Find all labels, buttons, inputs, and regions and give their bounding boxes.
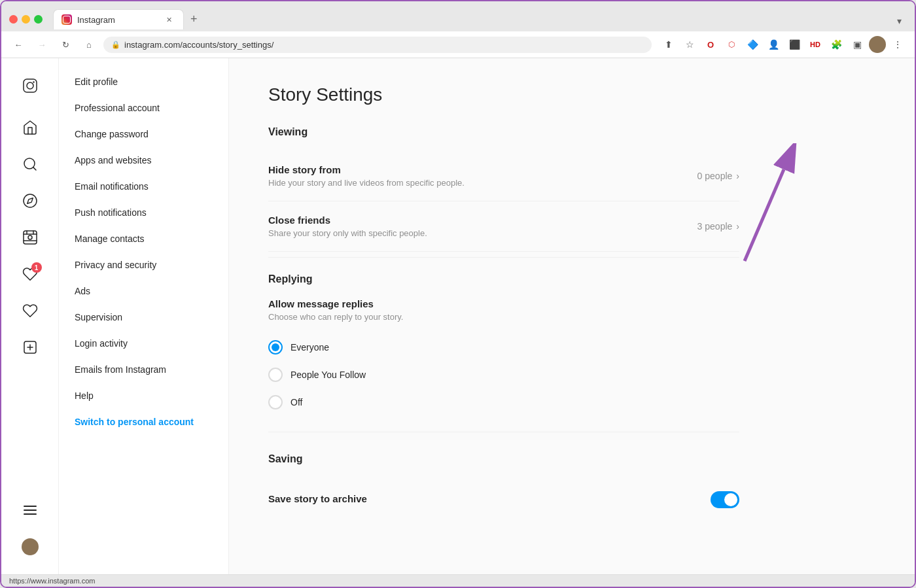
hamburger-line: [24, 506, 37, 507]
saving-section: Saving Save story to archive: [268, 453, 875, 521]
sidebar-item-home[interactable]: [13, 111, 47, 145]
settings-item-privacy-security[interactable]: Privacy and security: [59, 252, 228, 278]
lock-icon: 🔒: [111, 41, 120, 49]
save-story-info: Save story to archive: [268, 493, 711, 507]
settings-item-email-notifications[interactable]: Email notifications: [59, 173, 228, 199]
radio-everyone[interactable]: Everyone: [268, 334, 875, 361]
ig-sidebar: 1: [1, 58, 59, 574]
viewing-section-header: Viewing: [268, 126, 875, 138]
radio-off[interactable]: Off: [268, 389, 875, 416]
sidebar-item-menu[interactable]: [13, 493, 47, 527]
sidebar-item-create[interactable]: [13, 330, 47, 364]
tab-title: Instagram: [77, 15, 115, 25]
settings-item-emails-from-instagram[interactable]: Emails from Instagram: [59, 356, 228, 383]
browser-window: Instagram ✕ + ▾ ← → ↻ ⌂ 🔒 instagram.com/…: [0, 0, 916, 588]
extension-icon-3[interactable]: ⬛: [785, 35, 803, 54]
sidebar-item-reels[interactable]: [13, 220, 47, 254]
sidebar-item-search[interactable]: [13, 147, 47, 181]
chevron-icon: ›: [736, 171, 739, 181]
minimize-button[interactable]: [22, 15, 30, 24]
ig-logo[interactable]: [13, 69, 47, 103]
url-text: instagram.com/accounts/story_settings/: [124, 40, 273, 50]
radio-circle-off: [268, 395, 283, 409]
save-story-row[interactable]: Save story to archive: [268, 478, 739, 521]
tab-bar: Instagram ✕ + ▾: [53, 9, 907, 29]
close-friends-title: Close friends: [268, 215, 697, 226]
extension-icon-2[interactable]: 👤: [764, 35, 783, 54]
settings-item-edit-profile[interactable]: Edit profile: [59, 69, 228, 95]
page-content: 1: [1, 58, 915, 574]
allow-replies-title: Allow message replies: [268, 298, 875, 309]
extension-icon-hd[interactable]: HD: [806, 35, 824, 54]
svg-point-1: [27, 82, 33, 89]
radio-label-people-you-follow: People You Follow: [291, 370, 366, 380]
extensions-button[interactable]: 🧩: [827, 35, 845, 54]
extension-icon-1[interactable]: 🔷: [743, 35, 762, 54]
reload-button[interactable]: ↻: [56, 35, 75, 54]
radio-label-off: Off: [291, 397, 302, 407]
title-bar: Instagram ✕ + ▾: [1, 1, 915, 31]
hamburger-line: [24, 510, 37, 511]
sidebar-item-notifications[interactable]: 1: [13, 257, 47, 291]
hide-story-desc: Hide your story and live videos from spe…: [268, 178, 697, 188]
settings-sidebar: Edit profile Professional account Change…: [59, 58, 229, 574]
page-title: Story Settings: [268, 84, 875, 105]
close-friends-desc: Share your story only with specific peop…: [268, 228, 697, 238]
allow-replies-desc: Choose who can reply to your story.: [268, 312, 875, 322]
profile-avatar[interactable]: [869, 36, 886, 53]
hide-story-value[interactable]: 0 people ›: [697, 171, 739, 181]
sidebar-item-liked[interactable]: [13, 294, 47, 328]
saving-section-header: Saving: [268, 453, 875, 465]
back-button[interactable]: ←: [9, 35, 27, 54]
settings-item-manage-contacts[interactable]: Manage contacts: [59, 226, 228, 252]
settings-item-change-password[interactable]: Change password: [59, 121, 228, 147]
replying-section-header: Replying: [268, 273, 875, 285]
new-tab-button[interactable]: +: [184, 9, 204, 29]
section-divider-2: [268, 432, 739, 432]
menu-button[interactable]: ⋮: [889, 35, 907, 54]
sidebar-item-explore[interactable]: [13, 184, 47, 218]
settings-item-supervision[interactable]: Supervision: [59, 304, 228, 330]
address-bar: ← → ↻ ⌂ 🔒 instagram.com/accounts/story_s…: [1, 31, 915, 58]
settings-item-professional-account[interactable]: Professional account: [59, 95, 228, 121]
close-friends-value[interactable]: 3 people ›: [697, 221, 739, 232]
toolbar-icons: ⬆ ☆ O ⬡ 🔷 👤 ⬛ HD 🧩 ▣ ⋮: [660, 35, 907, 54]
svg-point-2: [33, 81, 34, 82]
settings-item-switch-account[interactable]: Switch to personal account: [59, 409, 228, 435]
bookmark-icon[interactable]: ☆: [680, 35, 699, 54]
hide-story-title: Hide story from: [268, 164, 697, 175]
settings-item-help[interactable]: Help: [59, 383, 228, 409]
settings-item-ads[interactable]: Ads: [59, 278, 228, 304]
settings-item-login-activity[interactable]: Login activity: [59, 330, 228, 356]
sidebar-item-profile[interactable]: [13, 530, 47, 564]
hide-story-row[interactable]: Hide story from Hide your story and live…: [268, 151, 739, 201]
traffic-lights: [9, 15, 43, 24]
hamburger-line: [24, 513, 37, 515]
svg-line-4: [33, 167, 35, 170]
home-button[interactable]: ⌂: [80, 35, 98, 54]
status-bar: https://www.instagram.com: [1, 574, 915, 587]
close-button[interactable]: [9, 15, 18, 24]
chevron-icon: ›: [736, 221, 739, 232]
svg-marker-6: [27, 198, 32, 203]
pocket-icon[interactable]: ⬡: [722, 35, 741, 54]
split-view-icon[interactable]: ▣: [848, 35, 866, 54]
tab-favicon: [62, 14, 72, 25]
close-friends-row[interactable]: Close friends Share your story only with…: [268, 201, 739, 252]
main-content: Story Settings Viewing Hide story from H…: [229, 58, 915, 574]
forward-button[interactable]: →: [33, 35, 51, 54]
radio-people-you-follow[interactable]: People You Follow: [268, 361, 875, 389]
active-tab[interactable]: Instagram ✕: [53, 9, 184, 29]
svg-rect-7: [24, 231, 37, 244]
settings-item-push-notifications[interactable]: Push notifications: [59, 199, 228, 226]
opera-icon[interactable]: O: [701, 35, 720, 54]
tab-list-button[interactable]: ▾: [892, 12, 907, 29]
save-story-toggle[interactable]: [711, 491, 739, 508]
share-icon[interactable]: ⬆: [660, 35, 678, 54]
tab-close-button[interactable]: ✕: [164, 14, 174, 25]
settings-item-apps-websites[interactable]: Apps and websites: [59, 147, 228, 173]
close-friends-count: 3 people: [697, 221, 733, 232]
maximize-button[interactable]: [34, 15, 43, 24]
notification-badge: 1: [31, 262, 42, 273]
address-input[interactable]: 🔒 instagram.com/accounts/story_settings/: [103, 37, 652, 53]
